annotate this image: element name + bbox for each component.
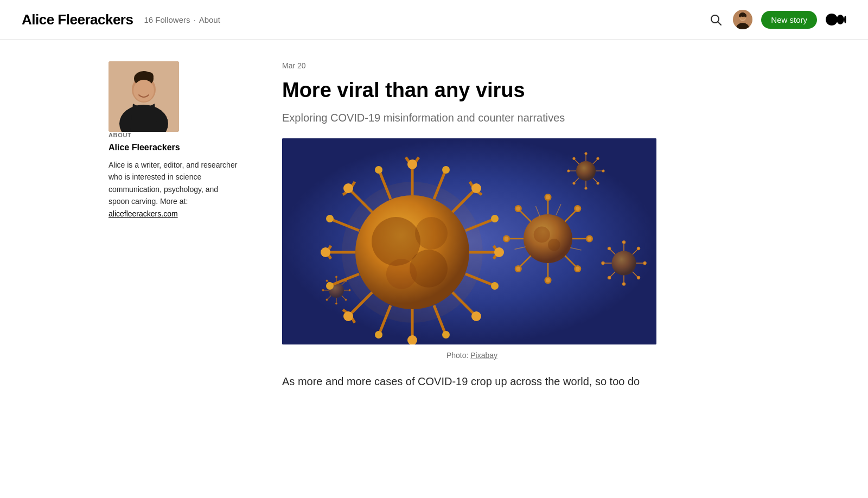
- svg-point-99: [415, 217, 448, 250]
- svg-point-141: [442, 331, 450, 339]
- svg-point-133: [491, 282, 499, 290]
- header-nav: 16 Followers · About: [144, 15, 220, 24]
- site-title[interactable]: Alice Fleerackers: [22, 11, 133, 28]
- new-story-button[interactable]: New story: [761, 11, 817, 29]
- svg-point-47: [623, 283, 626, 285]
- svg-point-16: [145, 72, 154, 81]
- author-website-link[interactable]: alicefleerackers.com: [108, 209, 178, 218]
- article-hero-image: [282, 138, 656, 344]
- svg-point-107: [471, 183, 481, 193]
- svg-point-41: [637, 247, 640, 250]
- svg-point-32: [573, 182, 575, 184]
- svg-point-73: [548, 239, 560, 251]
- svg-point-7: [744, 14, 746, 17]
- search-button[interactable]: [707, 11, 724, 28]
- svg-point-72: [534, 226, 550, 242]
- svg-point-87: [503, 235, 509, 241]
- article-body-text: As more and more cases of COVID-19 crop …: [282, 373, 662, 390]
- svg-point-70: [326, 280, 328, 282]
- svg-point-129: [442, 166, 450, 174]
- svg-point-83: [545, 277, 551, 283]
- svg-point-26: [602, 170, 604, 172]
- svg-point-64: [336, 303, 337, 304]
- svg-point-51: [602, 261, 604, 264]
- svg-point-34: [567, 170, 570, 172]
- nav-separator: ·: [193, 15, 195, 24]
- svg-point-137: [326, 282, 334, 290]
- svg-point-127: [343, 183, 353, 193]
- svg-point-20: [576, 161, 596, 181]
- svg-point-49: [608, 276, 611, 279]
- svg-point-66: [326, 299, 328, 301]
- svg-point-11: [844, 16, 846, 23]
- svg-point-111: [494, 247, 504, 257]
- svg-point-43: [643, 261, 646, 264]
- svg-point-81: [575, 266, 581, 272]
- sidebar-author-name: Alice Fleerackers: [108, 143, 239, 152]
- svg-point-18: [133, 80, 154, 101]
- svg-point-30: [585, 187, 587, 189]
- svg-point-56: [336, 276, 337, 278]
- article-image-container: [282, 138, 662, 344]
- svg-point-68: [322, 289, 324, 291]
- svg-point-143: [375, 331, 382, 339]
- svg-point-89: [515, 206, 521, 212]
- search-icon: [709, 13, 722, 26]
- svg-point-123: [321, 247, 330, 257]
- svg-point-62: [345, 299, 347, 301]
- svg-point-53: [608, 247, 611, 250]
- svg-point-8: [739, 14, 741, 17]
- header-right: New story: [707, 10, 846, 29]
- svg-point-135: [491, 215, 499, 222]
- article-area: Mar 20 More viral than any virus Explori…: [282, 61, 662, 390]
- svg-point-85: [515, 266, 521, 272]
- svg-point-79: [586, 235, 592, 241]
- main-content: ABOUT Alice Fleerackers Alice is a write…: [54, 40, 814, 412]
- svg-point-9: [826, 14, 838, 25]
- svg-point-28: [597, 182, 599, 184]
- about-label: ABOUT: [108, 132, 239, 138]
- svg-point-60: [349, 289, 350, 291]
- author-bio: Alice is a writer, editor, and researche…: [108, 159, 239, 220]
- svg-point-36: [573, 157, 575, 159]
- medium-logo-icon: [826, 14, 846, 25]
- sidebar: ABOUT Alice Fleerackers Alice is a write…: [108, 61, 239, 390]
- photo-caption: Photo: Pixabay: [282, 351, 662, 360]
- article-body: As more and more cases of COVID-19 crop …: [282, 373, 662, 390]
- svg-point-139: [326, 215, 334, 222]
- svg-point-22: [585, 152, 587, 155]
- svg-point-75: [545, 194, 551, 200]
- svg-point-119: [343, 311, 353, 321]
- svg-point-39: [623, 241, 626, 244]
- header-left: Alice Fleerackers 16 Followers · About: [22, 11, 707, 28]
- svg-point-10: [837, 15, 844, 24]
- medium-logo[interactable]: [826, 14, 846, 25]
- svg-point-45: [637, 276, 640, 279]
- article-title: More viral than any virus: [282, 79, 662, 103]
- svg-point-98: [386, 259, 417, 289]
- author-photo: [108, 61, 179, 132]
- about-link[interactable]: About: [199, 15, 220, 24]
- article-subtitle: Exploring COVID-19 misinformation and co…: [282, 110, 662, 125]
- avatar[interactable]: [733, 10, 752, 29]
- svg-point-24: [597, 157, 599, 159]
- svg-point-113: [471, 311, 481, 321]
- svg-point-77: [575, 206, 581, 212]
- svg-point-103: [407, 159, 417, 169]
- site-header: Alice Fleerackers 16 Followers · About: [0, 0, 868, 40]
- followers-link[interactable]: 16 Followers: [144, 15, 190, 24]
- photo-source-link[interactable]: Pixabay: [470, 351, 497, 360]
- svg-line-1: [718, 22, 722, 25]
- svg-point-37: [612, 251, 636, 275]
- article-date: Mar 20: [282, 61, 662, 70]
- svg-point-131: [375, 166, 382, 174]
